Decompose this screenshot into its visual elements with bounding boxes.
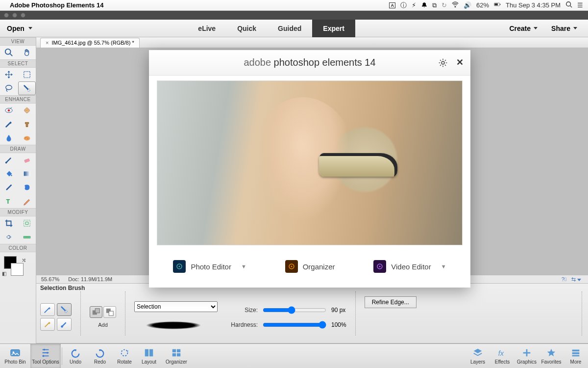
- redeye-tool[interactable]: [0, 104, 18, 117]
- rotate-button[interactable]: Rotate: [112, 344, 137, 368]
- video-editor-button[interactable]: Video Editor ▼: [373, 260, 446, 273]
- refine-edge-button[interactable]: Refine Edge...: [365, 296, 416, 308]
- organizer-launch-button[interactable]: Organizer: [285, 260, 335, 273]
- close-tab-icon[interactable]: ×: [46, 40, 49, 46]
- hardness-slider[interactable]: [263, 321, 326, 329]
- shape-tool[interactable]: [18, 181, 36, 194]
- sponge-tool[interactable]: [18, 131, 36, 145]
- eyedropper-tool[interactable]: [0, 181, 18, 194]
- svg-point-48: [441, 61, 444, 64]
- favorites-button[interactable]: Favorites: [539, 344, 564, 368]
- selection-mode-combo[interactable]: Selection: [134, 301, 218, 312]
- window-zoom-dot[interactable]: [21, 13, 25, 18]
- document-tab[interactable]: × IMG_4614.jpg @ 55.7% (RGB/8) *: [40, 38, 140, 48]
- layers-button[interactable]: Layers: [466, 344, 490, 368]
- paint-bucket-tool[interactable]: [0, 167, 18, 181]
- share-menu[interactable]: Share: [545, 20, 583, 37]
- size-slider[interactable]: [263, 306, 326, 314]
- pencil-tool[interactable]: [18, 194, 36, 208]
- lasso-tool[interactable]: [0, 81, 18, 95]
- subtract-from-selection[interactable]: [103, 306, 116, 318]
- svg-point-50: [179, 266, 180, 267]
- swap-colors-icon[interactable]: ⤭: [22, 257, 26, 263]
- gradient-tool[interactable]: [18, 167, 36, 181]
- blur-tool[interactable]: [0, 131, 18, 145]
- graphics-button[interactable]: Graphics: [514, 344, 539, 368]
- refine-brush-mode[interactable]: [57, 318, 72, 331]
- menu-extras-icon[interactable]: ☰: [577, 1, 583, 9]
- more-button[interactable]: More: [564, 344, 588, 368]
- tab-elive[interactable]: eLive: [187, 20, 226, 37]
- volume-icon[interactable]: 🔊: [464, 1, 471, 9]
- chevron-down-icon[interactable]: ▼: [441, 263, 446, 269]
- help-icon[interactable]: ?⃝: [562, 276, 566, 282]
- create-menu[interactable]: Create: [503, 20, 543, 37]
- type-tool[interactable]: T: [0, 194, 18, 208]
- spot-heal-tool[interactable]: [18, 104, 36, 117]
- svg-rect-47: [572, 355, 580, 357]
- tab-quick[interactable]: Quick: [226, 20, 267, 37]
- dropbox-icon[interactable]: ⧉: [432, 1, 437, 9]
- chevron-down-icon[interactable]: ▼: [241, 263, 246, 269]
- panel-options-icon[interactable]: ⇆: [571, 276, 581, 283]
- window-minimize-dot[interactable]: [12, 13, 17, 18]
- section-draw: DRAW: [0, 145, 36, 153]
- effects-button[interactable]: fx Effects: [490, 344, 514, 368]
- info-icon[interactable]: ⓘ: [400, 1, 407, 10]
- crop-tool[interactable]: [0, 216, 18, 230]
- redo-button[interactable]: Redo: [88, 344, 112, 368]
- magic-wand-mode[interactable]: [40, 318, 55, 331]
- tool-options-panel: Selection Brush Add Selection Size: 90 p…: [36, 284, 588, 343]
- selection-brush-tool[interactable]: [18, 81, 36, 95]
- battery-percent: 62%: [476, 1, 489, 9]
- tab-expert[interactable]: Expert: [312, 20, 355, 37]
- svg-point-15: [24, 136, 30, 140]
- marquee-tool[interactable]: [18, 68, 36, 81]
- smart-brush-tool[interactable]: [0, 117, 18, 131]
- timemachine-icon[interactable]: ↻: [441, 1, 447, 9]
- add-to-selection[interactable]: [90, 306, 102, 318]
- photo-bin-button[interactable]: Photo Bin: [0, 344, 30, 368]
- layout-button[interactable]: Layout: [137, 344, 161, 368]
- adobe-status-icon[interactable]: A: [389, 2, 395, 8]
- zoom-tool[interactable]: [0, 46, 18, 59]
- bell-icon[interactable]: 🔔︎: [421, 1, 427, 9]
- open-button[interactable]: Open: [0, 20, 39, 37]
- straighten-tool[interactable]: [18, 230, 36, 244]
- move-tool[interactable]: [0, 68, 18, 81]
- clock[interactable]: Thu Sep 3 4:35 PM: [506, 1, 561, 9]
- window-close-dot[interactable]: [4, 13, 9, 18]
- background-color[interactable]: [11, 263, 24, 276]
- svg-point-14: [27, 109, 28, 110]
- default-colors-icon[interactable]: ◧: [2, 271, 6, 276]
- quick-selection-mode[interactable]: [40, 303, 55, 316]
- battery-icon[interactable]: [494, 1, 501, 9]
- section-enhance: ENHANCE: [0, 95, 36, 104]
- eraser-tool[interactable]: [18, 153, 36, 167]
- app-title[interactable]: Adobe Photoshop Elements 14: [10, 1, 103, 9]
- organizer-button[interactable]: Organizer: [161, 344, 192, 368]
- document-tabbar: × IMG_4614.jpg @ 55.7% (RGB/8) *: [36, 37, 588, 48]
- recompose-tool[interactable]: [18, 216, 36, 230]
- close-icon[interactable]: ✕: [456, 57, 464, 68]
- brush-preview[interactable]: [134, 318, 213, 333]
- section-view: VIEW: [0, 37, 36, 46]
- tool-options-button[interactable]: Tool Options: [30, 344, 61, 368]
- svg-rect-7: [24, 72, 30, 78]
- content-aware-move-tool[interactable]: [0, 230, 18, 244]
- zoom-readout[interactable]: 55.67%: [41, 276, 59, 282]
- undo-button[interactable]: Undo: [63, 344, 88, 368]
- hand-tool[interactable]: [18, 46, 36, 59]
- spotlight-icon[interactable]: [565, 1, 572, 9]
- wifi-icon[interactable]: [452, 1, 459, 9]
- photo-editor-icon: [173, 260, 186, 273]
- bolt-icon[interactable]: ⚡︎: [412, 1, 416, 9]
- selection-brush-mode[interactable]: [57, 303, 72, 316]
- tab-guided[interactable]: Guided: [267, 20, 312, 37]
- brush-tool[interactable]: [0, 153, 18, 167]
- clone-stamp-tool[interactable]: [18, 117, 36, 131]
- svg-rect-1: [494, 3, 497, 5]
- gear-icon[interactable]: [438, 58, 448, 70]
- doc-size-readout[interactable]: Doc: 11.9M/11.9M: [68, 276, 112, 282]
- photo-editor-button[interactable]: Photo Editor ▼: [173, 260, 246, 273]
